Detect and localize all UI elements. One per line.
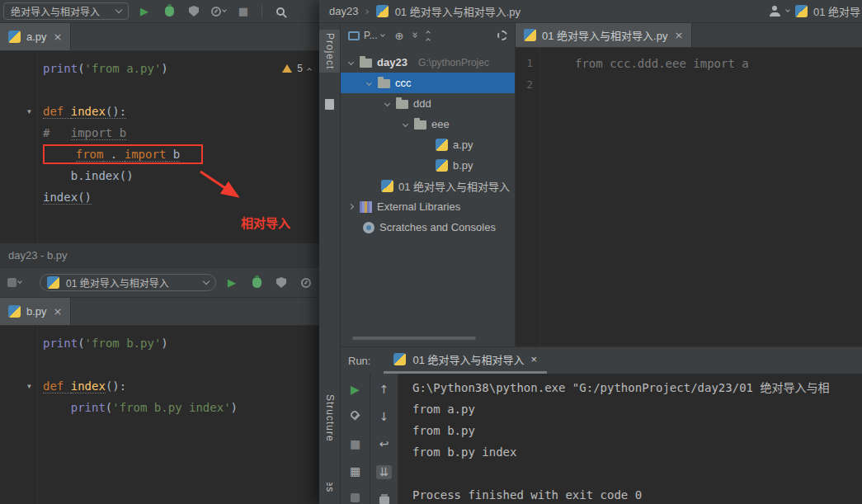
tab-a-py[interactable]: a.py × [0,23,71,50]
tree-item-label: ccc [395,77,412,89]
bug-icon [165,6,174,16]
breadcrumb-project[interactable]: day23 [329,5,358,17]
tree-row[interactable]: a.py [341,134,515,155]
down-arrow-icon: ↓ [379,410,389,423]
up-stacktrace-button[interactable]: ↑ [379,384,389,396]
run-tab[interactable]: 01 绝对导入与相对导入 × [384,347,547,374]
print-button[interactable] [379,494,389,504]
stop-button[interactable]: ■ [350,438,360,450]
tree-row[interactable]: b.py [341,155,515,176]
run-button[interactable]: ▶ [223,274,241,292]
tree-row[interactable]: day23G:\pythonProjec [341,52,515,73]
editor-a-py[interactable]: ▾ print('from a.py') def index():# impor… [0,51,321,243]
run-panel: Run: 01 绝对导入与相对导入 × ▶ ■ ▦ [341,346,862,504]
editor-gutter[interactable]: ▾ [0,51,38,243]
horizontal-scrollbar[interactable] [352,337,487,340]
tool-menu-button[interactable] [5,274,23,292]
locate-file-button[interactable]: ⊕ [394,31,403,41]
run-config-select-2[interactable]: 01 绝对导入与相对导入 [40,274,216,291]
tree-row[interactable]: 01 绝对导入与相对导入 [341,176,515,196]
fold-marker [0,122,32,144]
chevron-down-icon[interactable] [348,59,354,65]
code-line: from . import b [43,144,321,165]
profiler-button[interactable] [297,274,315,292]
coverage-shield-icon [276,277,286,288]
tool-window-favorites-button[interactable]: Favorites [319,483,340,504]
line-number: 1 [516,53,533,74]
modify-run-button[interactable] [351,411,360,423]
commit-tool-icon[interactable] [325,99,334,110]
soft-wrap-button[interactable]: ↩ [379,438,389,450]
project-view-select[interactable]: P... [348,30,384,41]
code-area[interactable]: from ccc.ddd.eee import a [540,48,862,346]
pin-tab-button[interactable] [351,492,360,504]
user-icon[interactable] [770,6,780,16]
tab-main-file[interactable]: 01 绝对导入与相对导入.py × [516,23,692,47]
fold-marker [0,332,32,354]
chevron-down-icon [17,279,22,284]
run-controls-toolbar: ▶ ■ ▦ [341,374,370,504]
tree-row[interactable]: Scratches and Consoles [341,217,515,238]
tree-row[interactable]: eee [341,114,515,134]
settings-button[interactable] [497,31,507,40]
tool-window-project-button[interactable]: Project [319,30,340,73]
tool-window-structure-button[interactable]: Structure [319,394,340,442]
fold-marker [0,186,32,208]
expand-all-button[interactable] [413,34,417,37]
pycharm-window-secondary: 绝对导入与相对导入 ▶ ■ a.py × ▾ print('from a.py'… [0,0,321,504]
coverage-button[interactable] [185,2,203,21]
chevron-down-icon[interactable] [384,101,390,106]
python-file-icon [8,305,21,318]
code-area[interactable]: print('from b.py') def index():print('fr… [38,326,321,504]
tree-row[interactable]: External Libraries [341,196,515,217]
chevron-down-icon[interactable] [366,80,372,86]
restore-layout-button[interactable]: ▦ [350,465,360,478]
project-view-icon [348,31,360,40]
close-tab-icon[interactable]: × [54,31,63,43]
favorites-strip-label: Favorites [324,483,336,504]
tree-row[interactable]: ddd [341,93,515,114]
search-button[interactable] [271,2,290,21]
editor-b-py[interactable]: ▾ print('from b.py') def index():print('… [0,326,321,504]
chevron-right-icon[interactable] [348,204,354,210]
chevron-down-icon[interactable] [403,121,408,127]
profiler-button[interactable] [210,2,228,21]
editor-main[interactable]: 12 from ccc.ddd.eee import a [516,48,862,346]
scroll-to-end-button[interactable]: ⇊ [376,465,393,479]
tab-b-py[interactable]: b.py × [0,298,71,325]
close-tab-icon[interactable]: × [531,353,538,365]
project-tree[interactable]: day23G:\pythonProjeccccdddeeea.pyb.py01 … [341,48,515,346]
down-stacktrace-button[interactable]: ↓ [379,411,389,423]
tool-window-icon [7,278,16,287]
close-tab-icon[interactable]: × [54,305,63,318]
folder-icon [360,59,372,68]
inspections-widget[interactable]: 5 [282,58,311,79]
folder-icon [414,120,426,130]
breadcrumb-file[interactable]: 01 绝对导入与相对导入.py [395,3,520,19]
scrollbar-thumb[interactable] [352,337,476,340]
python-file-icon [393,353,406,365]
run-config-label[interactable]: 01 绝对导 [813,3,860,19]
tree-row[interactable]: ccc [341,73,515,93]
rerun-icon: ▶ [351,383,360,396]
chevron-down-icon[interactable] [785,7,790,12]
scratches-icon [363,222,374,233]
console-output[interactable]: G:\Python38\python.exe "G:/pythonProject… [398,374,862,504]
stop-button[interactable]: ■ [234,2,252,21]
debug-button[interactable] [247,274,266,292]
title-bar: day23 › 01 绝对导入与相对导入.py 01 绝对导 [319,0,862,23]
chevron-up-icon[interactable] [307,68,312,73]
run-config-select[interactable]: 绝对导入与相对导入 [3,2,129,20]
editor-area: 01 绝对导入与相对导入.py × 12 from ccc.ddd.eee im… [516,23,862,346]
fold-marker [0,165,32,186]
debug-button[interactable] [160,2,178,21]
close-tab-icon[interactable]: × [674,29,683,41]
coverage-button[interactable] [272,274,290,292]
run-button[interactable]: ▶ [135,2,153,21]
rerun-button[interactable]: ▶ [351,384,360,396]
fold-marker [0,354,32,375]
run-config-label: 绝对导入与相对导入 [11,4,100,18]
tool-window-strip: Project Structure Favorites [319,23,341,504]
collapse-all-button[interactable] [426,29,430,42]
editor-gutter[interactable]: ▾ [0,326,38,504]
